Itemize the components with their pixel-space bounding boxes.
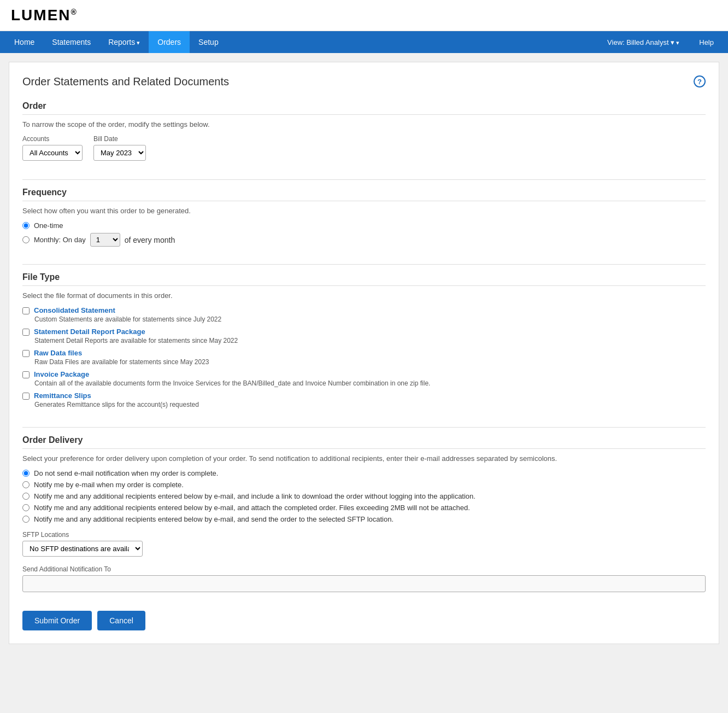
delivery-no-email-radio[interactable] [22, 470, 30, 477]
nav-left: Home Statements Reports Orders Setup [5, 31, 598, 53]
bill-date-group: Bill Date May 2023 [93, 135, 146, 161]
logo: LUMEN® [11, 7, 717, 24]
statement-detail-desc: Statement Detail Reports are available f… [34, 337, 706, 344]
delivery-notify-me: Notify me by e-mail when my order is com… [22, 481, 706, 489]
file-type-remittance-slips: Remittance Slips Generates Remittance sl… [22, 391, 706, 408]
nav-view[interactable]: View: Billed Analyst ▾ [598, 32, 688, 53]
order-section: Order To narrow the scope of the order, … [22, 101, 706, 171]
delivery-notify-link: Notify me and any additional recipients … [22, 492, 706, 500]
delivery-notify-me-radio[interactable] [22, 481, 30, 488]
cancel-button[interactable]: Cancel [97, 611, 145, 630]
nav-statements[interactable]: Statements [43, 31, 99, 53]
accounts-label: Accounts [22, 135, 83, 143]
nav-right: View: Billed Analyst ▾ Help [598, 32, 723, 53]
delivery-options: Do not send e-mail notification when my … [22, 469, 706, 523]
delivery-no-email: Do not send e-mail notification when my … [22, 469, 706, 477]
statement-detail-checkbox[interactable] [22, 329, 30, 336]
sftp-select[interactable]: No SFTP destinations are available [22, 541, 143, 557]
monthly-day-suffix: of every month [125, 236, 175, 244]
file-type-section-title: File Type [22, 272, 706, 286]
invoice-package-label[interactable]: Invoice Package [22, 370, 706, 378]
file-type-section: File Type Select the file format of docu… [22, 264, 706, 418]
order-section-title: Order [22, 101, 706, 115]
delivery-notify-attach-radio[interactable] [22, 504, 30, 511]
accounts-group: Accounts All Accounts [22, 135, 83, 161]
remittance-desc: Generates Remittance slips for the accou… [34, 401, 706, 408]
button-row: Submit Order Cancel [22, 611, 706, 630]
frequency-section-desc: Select how often you want this order to … [22, 207, 706, 215]
delivery-notify-link-label: Notify me and any additional recipients … [34, 492, 475, 500]
page-content: Order Statements and Related Documents ?… [9, 62, 719, 644]
nav-orders[interactable]: Orders [149, 31, 190, 53]
consolidated-label[interactable]: Consolidated Statement [22, 306, 706, 314]
delivery-notify-me-label: Notify me by e-mail when my order is com… [34, 481, 184, 489]
frequency-onetime-label: One-time [34, 221, 63, 230]
accounts-select[interactable]: All Accounts [22, 145, 83, 161]
page-title: Order Statements and Related Documents [22, 75, 229, 88]
delivery-notify-sftp-label: Notify me and any additional recipients … [34, 515, 394, 523]
remittance-text: Remittance Slips [34, 391, 91, 400]
remittance-checkbox[interactable] [22, 393, 30, 400]
nav-home[interactable]: Home [5, 31, 43, 53]
delivery-notify-sftp-radio[interactable] [22, 516, 30, 523]
frequency-monthly-label: Monthly: On day [34, 236, 86, 244]
additional-notification-input[interactable] [22, 575, 706, 592]
invoice-package-desc: Contain all of the available documents f… [34, 379, 706, 387]
nav-reports[interactable]: Reports [99, 31, 149, 53]
file-type-consolidated: Consolidated Statement Custom Statements… [22, 306, 706, 323]
remittance-slips-label[interactable]: Remittance Slips [22, 391, 706, 400]
raw-data-checkbox[interactable] [22, 350, 30, 357]
file-type-raw-data: Raw Data files Raw Data Files are availa… [22, 349, 706, 366]
delivery-no-email-label: Do not send e-mail notification when my … [34, 469, 218, 477]
file-type-invoice-package: Invoice Package Contain all of the avail… [22, 370, 706, 387]
frequency-monthly: Monthly: On day 12345 678910 15202528 of… [22, 233, 706, 247]
invoice-package-text: Invoice Package [34, 370, 89, 378]
order-delivery-desc: Select your preference for order deliver… [22, 454, 706, 463]
delivery-notify-attach: Notify me and any additional recipients … [22, 504, 706, 512]
header: LUMEN® [0, 0, 728, 31]
frequency-onetime: One-time [22, 221, 706, 230]
delivery-notify-attach-label: Notify me and any additional recipients … [34, 504, 470, 512]
file-type-section-desc: Select the file format of documents in t… [22, 291, 706, 300]
additional-notification: Send Additional Notification To [22, 565, 706, 592]
raw-data-label[interactable]: Raw Data files [22, 349, 706, 357]
bill-date-label: Bill Date [93, 135, 146, 143]
raw-data-desc: Raw Data Files are available for stateme… [34, 358, 706, 366]
statement-detail-label[interactable]: Statement Detail Report Package [22, 328, 706, 336]
additional-notification-label: Send Additional Notification To [22, 565, 706, 573]
order-delivery-section: Order Delivery Select your preference fo… [22, 427, 706, 598]
frequency-section-title: Frequency [22, 188, 706, 201]
frequency-onetime-radio[interactable] [22, 222, 30, 229]
sftp-section: SFTP Locations No SFTP destinations are … [22, 531, 706, 557]
order-delivery-title: Order Delivery [22, 435, 706, 449]
nav-setup[interactable]: Setup [190, 31, 227, 53]
nav-help[interactable]: Help [690, 32, 723, 53]
consolidated-checkbox[interactable] [22, 307, 30, 314]
order-form-row: Accounts All Accounts Bill Date May 2023 [22, 135, 706, 161]
sftp-label: SFTP Locations [22, 531, 706, 539]
help-icon[interactable]: ? [694, 75, 706, 87]
consolidated-text: Consolidated Statement [34, 306, 115, 314]
raw-data-text: Raw Data files [34, 349, 82, 357]
invoice-package-checkbox[interactable] [22, 371, 30, 378]
bill-date-select[interactable]: May 2023 [93, 145, 146, 161]
statement-detail-text: Statement Detail Report Package [34, 328, 145, 336]
file-type-statement-detail: Statement Detail Report Package Statemen… [22, 328, 706, 344]
navigation: Home Statements Reports Orders Setup Vie… [0, 31, 728, 53]
consolidated-desc: Custom Statements are available for stat… [34, 315, 706, 323]
delivery-notify-link-radio[interactable] [22, 493, 30, 500]
frequency-monthly-radio[interactable] [22, 236, 30, 243]
order-section-desc: To narrow the scope of the order, modify… [22, 120, 706, 128]
frequency-section: Frequency Select how often you want this… [22, 179, 706, 255]
delivery-notify-sftp: Notify me and any additional recipients … [22, 515, 706, 523]
submit-order-button[interactable]: Submit Order [22, 611, 92, 630]
monthly-day-select[interactable]: 12345 678910 15202528 [90, 233, 120, 247]
